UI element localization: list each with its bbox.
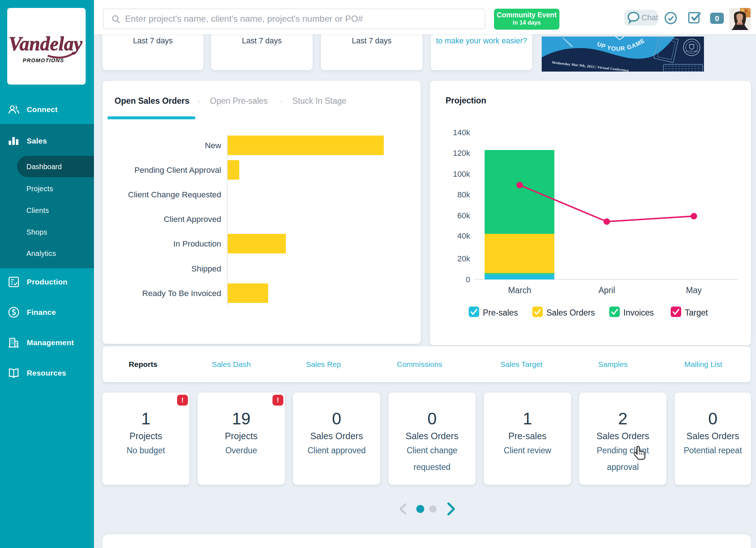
svg-text:April: April (598, 286, 615, 295)
svg-text:New: New (205, 141, 222, 150)
svg-text:60k: 60k (458, 211, 471, 220)
svg-text:Pending Client Approval: Pending Client Approval (134, 166, 221, 175)
svg-text:Client Change Requested: Client Change Requested (128, 190, 221, 199)
svg-text:Open Pre-sales: Open Pre-sales (210, 96, 268, 106)
svg-text:Open Sales Orders: Open Sales Orders (115, 96, 189, 106)
svg-text:UP YOUR GAME: UP YOUR GAME (686, 51, 698, 52)
svg-text:Sales Orders: Sales Orders (546, 308, 595, 317)
svg-text:Shipped: Shipped (191, 264, 221, 273)
svg-text:›: › (198, 98, 200, 105)
svg-text:20k: 20k (458, 254, 471, 263)
svg-text:40k: 40k (458, 231, 471, 240)
svg-text:In Production: In Production (173, 239, 221, 248)
svg-text:May: May (686, 286, 702, 295)
svg-text:Pre-sales: Pre-sales (483, 308, 518, 317)
svg-text:Vandelay: Vandelay (9, 33, 83, 55)
svg-text:Client Approved: Client Approved (164, 215, 221, 224)
svg-text:Projection: Projection (446, 96, 486, 105)
svg-text:Ready To Be Invoiced: Ready To Be Invoiced (142, 289, 221, 298)
svg-text:100k: 100k (453, 170, 471, 179)
svg-text:Target: Target (685, 308, 708, 317)
svg-text:120k: 120k (453, 149, 471, 158)
svg-text:Invoices: Invoices (623, 308, 654, 317)
svg-text:PROMOTIONS: PROMOTIONS (23, 57, 64, 63)
svg-text:March: March (508, 286, 531, 295)
svg-text:›: › (280, 98, 283, 105)
svg-text:0: 0 (466, 275, 470, 284)
svg-text:Stuck In Stage: Stuck In Stage (292, 96, 347, 106)
svg-text:140k: 140k (453, 128, 471, 137)
svg-text:80k: 80k (458, 190, 471, 199)
